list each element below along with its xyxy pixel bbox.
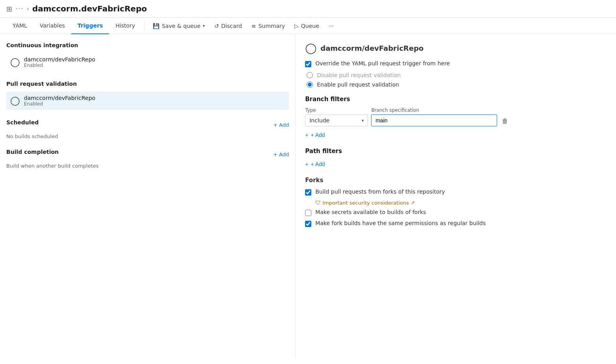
make-secrets-label: Make secrets available to builds of fork…	[315, 209, 426, 215]
build-completion-header: Build completion + Add	[6, 149, 289, 160]
scheduled-title: Scheduled	[6, 119, 39, 126]
pr-repo-status: Enabled	[24, 101, 95, 107]
save-queue-button[interactable]: 💾 Save & queue ▾	[148, 20, 209, 32]
tab-variables[interactable]: Variables	[33, 18, 71, 34]
left-panel: Continuous integration ◯ damccorm/devFab…	[0, 34, 296, 359]
pr-repo-item[interactable]: ◯ damccorm/devFabricRepo Enabled	[6, 92, 289, 110]
summary-button[interactable]: ≡ Summary	[247, 20, 290, 32]
queue-icon: ▷	[294, 23, 299, 29]
path-filters-title: Path filters	[305, 148, 607, 155]
plus-icon: +	[305, 132, 308, 138]
branch-filter-add-button[interactable]: + + Add	[305, 130, 325, 140]
summary-label: Summary	[258, 23, 285, 29]
scheduled-empty: No builds scheduled	[6, 133, 289, 139]
pr-section-title: Pull request validation	[6, 81, 289, 87]
disable-pr-label: Disable pull request validation	[317, 72, 401, 78]
top-header: ⊞ ··· › damccorm.devFabricRepo	[0, 0, 616, 18]
main-layout: Continuous integration ◯ damccorm/devFab…	[0, 34, 616, 359]
path-filter-add-button[interactable]: + + Add	[305, 159, 325, 169]
queue-label: Queue	[301, 23, 319, 29]
make-secrets-checkbox[interactable]	[305, 210, 311, 216]
discard-icon: ↺	[214, 23, 219, 29]
branch-spec-col: Branch specification	[371, 107, 497, 126]
override-yaml-row: Override the YAML pull request trigger f…	[305, 60, 607, 67]
branch-filters-title: Branch filters	[305, 96, 607, 103]
fork-permissions-checkbox[interactable]	[305, 221, 311, 227]
ci-section-title: Continuous integration	[6, 42, 289, 48]
enable-pr-row: Enable pull request validation	[307, 81, 607, 88]
pr-repo-name: damccorm/devFabricRepo	[24, 95, 95, 101]
type-filter-col: Type Include ▾	[305, 107, 368, 126]
ci-repo-item[interactable]: ◯ damccorm/devFabricRepo Enabled	[6, 53, 289, 71]
type-label: Type	[305, 107, 368, 113]
security-link[interactable]: 🛡 Important security considerations ↗	[315, 200, 607, 206]
ci-repo-info: damccorm/devFabricRepo Enabled	[24, 56, 95, 68]
dropdown-chevron-icon: ▾	[362, 118, 364, 123]
more-icon: ···	[329, 23, 334, 29]
github-icon-right: ◯	[305, 42, 316, 54]
summary-icon: ≡	[252, 23, 256, 29]
right-panel: ◯ damccorm/devFabricRepo Override the YA…	[296, 34, 616, 359]
branch-filter-add-label: + Add	[311, 132, 325, 138]
scheduled-header: Scheduled + Add	[6, 119, 289, 130]
build-forks-row: Build pull requests from forks of this r…	[305, 188, 607, 196]
pr-repo-info: damccorm/devFabricRepo Enabled	[24, 95, 95, 107]
make-secrets-row: Make secrets available to builds of fork…	[305, 209, 607, 216]
ci-repo-name: damccorm/devFabricRepo	[24, 56, 95, 63]
scheduled-section: Scheduled + Add No builds scheduled	[6, 119, 289, 139]
discard-button[interactable]: ↺ Discard	[209, 20, 246, 32]
build-completion-title: Build completion	[6, 149, 59, 155]
tab-history[interactable]: History	[109, 18, 141, 34]
continuous-integration-section: Continuous integration ◯ damccorm/devFab…	[6, 42, 289, 71]
type-value: Include	[309, 117, 329, 124]
override-yaml-checkbox[interactable]	[305, 61, 311, 67]
app-icon: ⊞	[6, 5, 12, 13]
pr-validation-section: Pull request validation ◯ damccorm/devFa…	[6, 81, 289, 110]
type-select[interactable]: Include ▾	[305, 115, 368, 126]
right-repo-name: damccorm/devFabricRepo	[320, 44, 424, 52]
branch-filter-row: Type Include ▾ Branch specification 🗑	[305, 107, 607, 126]
enable-pr-radio[interactable]	[307, 81, 313, 88]
build-forks-checkbox[interactable]	[305, 189, 311, 196]
nav-bar: YAML Variables Triggers History 💾 Save &…	[0, 18, 616, 34]
github-icon-pr: ◯	[10, 96, 20, 105]
github-icon: ◯	[10, 57, 20, 67]
build-forks-label: Build pull requests from forks of this r…	[315, 188, 445, 195]
branch-spec-input[interactable]	[371, 115, 497, 126]
override-yaml-label: Override the YAML pull request trigger f…	[315, 60, 450, 67]
build-completion-empty: Build when another build completes	[6, 163, 289, 169]
fork-permissions-label: Make fork builds have the same permissio…	[315, 220, 486, 226]
save-queue-label: Save & queue	[162, 23, 200, 29]
queue-button[interactable]: ▷ Queue	[290, 20, 324, 32]
discard-label: Discard	[221, 23, 242, 29]
page-title: damccorm.devFabricRepo	[32, 4, 147, 13]
path-filter-add-label: + Add	[311, 161, 325, 167]
forks-title: Forks	[305, 177, 607, 184]
path-plus-icon: +	[305, 161, 308, 167]
disable-pr-row: Disable pull request validation	[307, 72, 607, 78]
ci-repo-status: Enabled	[24, 63, 95, 68]
fork-permissions-row: Make fork builds have the same permissio…	[305, 220, 607, 227]
disable-pr-radio[interactable]	[307, 72, 313, 78]
nav-divider	[144, 21, 145, 31]
branch-spec-label: Branch specification	[371, 107, 497, 113]
more-button[interactable]: ···	[324, 20, 339, 32]
tab-yaml[interactable]: YAML	[6, 18, 33, 34]
right-panel-header: ◯ damccorm/devFabricRepo	[305, 42, 607, 54]
build-completion-add-button[interactable]: + Add	[273, 152, 289, 157]
delete-branch-filter-button[interactable]: 🗑	[500, 116, 510, 126]
scheduled-add-button[interactable]: + Add	[273, 122, 289, 128]
shield-icon: 🛡	[315, 200, 321, 206]
security-link-text: Important security considerations ↗	[322, 200, 415, 206]
build-completion-section: Build completion + Add Build when anothe…	[6, 149, 289, 169]
tab-triggers[interactable]: Triggers	[71, 18, 109, 34]
delete-icon: 🗑	[502, 118, 508, 124]
breadcrumb-chevron: ›	[27, 6, 29, 12]
breadcrumb-dots[interactable]: ···	[15, 5, 24, 13]
save-icon: 💾	[153, 23, 159, 29]
forks-section: Forks Build pull requests from forks of …	[305, 177, 607, 227]
chevron-down-icon: ▾	[203, 24, 205, 28]
enable-pr-label: Enable pull request validation	[317, 81, 399, 88]
